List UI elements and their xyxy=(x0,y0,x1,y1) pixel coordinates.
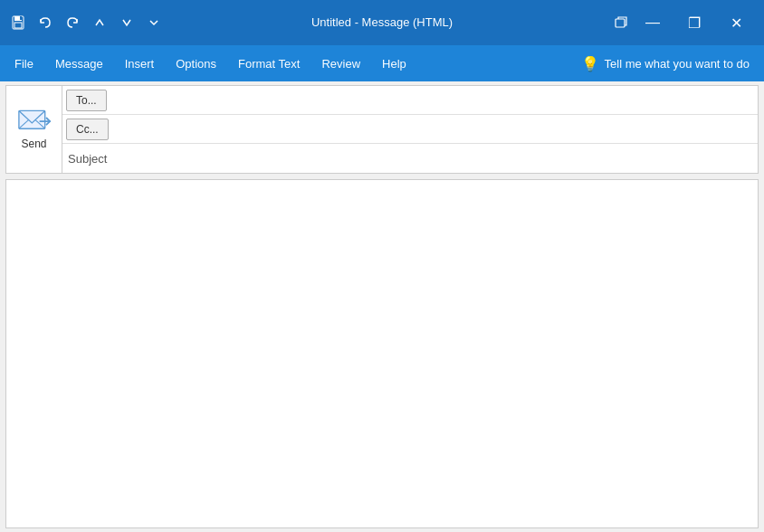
to-input[interactable] xyxy=(110,90,758,110)
svg-rect-3 xyxy=(20,16,22,20)
svg-rect-2 xyxy=(14,23,22,28)
up-icon[interactable] xyxy=(89,12,110,33)
title-bar: Untitled - Message (HTML) — ❐ ✕ xyxy=(0,0,764,45)
cc-field-row: Cc... xyxy=(62,115,758,144)
send-panel[interactable]: Send xyxy=(6,86,62,173)
main-content: Send To... Cc... Subject xyxy=(0,81,764,532)
menu-review[interactable]: Review xyxy=(310,50,371,78)
minimize-button[interactable]: — xyxy=(632,9,673,36)
more-icon[interactable] xyxy=(143,12,165,33)
menu-bar: File Message Insert Options Format Text … xyxy=(0,45,764,81)
down-icon[interactable] xyxy=(116,12,138,33)
subject-label: Subject xyxy=(62,148,116,169)
to-button[interactable]: To... xyxy=(66,90,107,111)
window-controls: — ❐ ✕ xyxy=(610,9,757,36)
cc-input[interactable] xyxy=(112,119,758,139)
menu-options[interactable]: Options xyxy=(165,50,227,78)
close-button[interactable]: ✕ xyxy=(715,9,757,36)
message-body[interactable] xyxy=(6,180,758,527)
restore-button[interactable]: ❐ xyxy=(673,9,715,36)
save-icon[interactable] xyxy=(7,12,29,33)
send-envelope-icon xyxy=(18,109,51,136)
subject-field-row: Subject xyxy=(62,144,758,173)
undo-icon[interactable] xyxy=(34,12,56,33)
menu-file[interactable]: File xyxy=(4,50,44,78)
tell-me-text: Tell me what you want to do xyxy=(605,57,750,71)
tell-me-bar[interactable]: 💡 Tell me what you want to do xyxy=(570,55,760,72)
svg-rect-4 xyxy=(616,19,625,27)
window-title: Untitled - Message (HTML) xyxy=(311,15,453,29)
restore-popout-icon[interactable] xyxy=(610,12,632,33)
lightbulb-icon: 💡 xyxy=(581,55,599,72)
redo-icon[interactable] xyxy=(62,12,83,33)
menu-format-text[interactable]: Format Text xyxy=(227,50,310,78)
cc-button[interactable]: Cc... xyxy=(66,119,109,140)
svg-rect-5 xyxy=(18,110,44,128)
title-bar-left xyxy=(7,12,165,33)
subject-input[interactable] xyxy=(116,148,758,169)
send-label: Send xyxy=(21,138,46,150)
email-fields: To... Cc... Subject xyxy=(62,86,758,173)
menu-message[interactable]: Message xyxy=(44,50,114,78)
fields-area: Send To... Cc... Subject xyxy=(5,85,759,174)
to-field-row: To... xyxy=(62,86,758,115)
menu-help[interactable]: Help xyxy=(371,50,417,78)
menu-insert[interactable]: Insert xyxy=(114,50,166,78)
message-body-container xyxy=(5,179,759,528)
